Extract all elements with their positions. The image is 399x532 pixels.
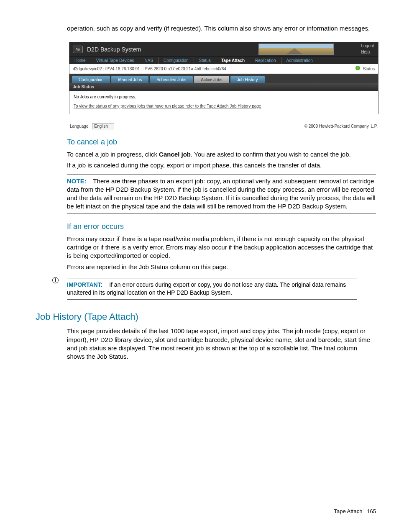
no-jobs-text: No Jobs are currently in progress. [74,94,374,100]
error-p1: Errors may occur if there is a tape read… [67,235,376,260]
page-footer: Tape Attach 165 [334,508,376,515]
cancel-p2: If a job is canceled during the copy, ex… [67,161,376,170]
nav-admin[interactable]: Administration [281,57,318,64]
help-link[interactable]: Help [361,49,374,55]
important-icon [52,277,59,283]
heading-job-history: Job History (Tape Attach) [36,311,380,323]
copyright-text: © 2009 Hewlett-Packard Company, L.P. [304,123,378,129]
note-text: There are three phases to an export job:… [67,177,376,210]
panel-title: Job Status [69,83,378,91]
note-label: NOTE: [67,177,87,185]
error-p2: Errors are reported in the Job Status co… [67,263,376,271]
language-label: Language [70,124,89,129]
history-p1: This page provides details of the last 1… [67,327,376,361]
nav-config[interactable]: Configuration [159,57,194,64]
note-box: NOTE: There are three phases to an expor… [67,174,376,214]
important-box: IMPORTANT: If an error occurs during exp… [67,278,357,300]
address-bar: d2dguikevpic02 : IPV4 16.26.130.91 : IPV… [69,64,378,74]
important-text: If an error occurs during export or copy… [67,281,346,296]
tab-scheduled-jobs[interactable]: Scheduled Jobs [150,76,193,83]
nav-tapeattach[interactable]: Tape Attach [216,57,250,64]
history-link[interactable]: To view the status of any previous jobs … [74,104,261,108]
tab-active-jobs[interactable]: Active Jobs [194,76,229,83]
nav-status[interactable]: Status [194,57,216,64]
cancel-p1: To cancel a job in progress, click Cance… [67,150,376,159]
intro-paragraph: operation, such as copy and verify (if r… [67,24,376,33]
heading-cancel-job: To cancel a job [67,137,380,147]
tab-job-history[interactable]: Job History [230,76,265,83]
important-label: IMPORTANT: [67,281,102,288]
host-address: d2dguikevpic02 : IPV4 16.26.130.91 : IPV… [73,66,226,72]
nav-home[interactable]: Home [69,57,91,64]
nav-vtd[interactable]: Virtual Tape Devices [91,57,140,64]
status-ok-icon [356,66,360,70]
logout-link[interactable]: Logout [361,43,374,49]
tab-configuration[interactable]: Configuration [72,76,110,83]
window-header: hp D2D Backup System Logout Help [69,42,378,57]
screenshot-container: hp D2D Backup System Logout Help Home Vi… [69,42,379,114]
status-label: Status [363,67,375,71]
heading-error: If an error occurs [67,221,380,231]
hp-logo-icon: hp [73,46,83,53]
language-select[interactable]: English [92,123,114,129]
window-title: D2D Backup System [87,46,141,54]
sub-tabs: Configuration Manual Jobs Scheduled Jobs… [69,74,378,83]
nav-replication[interactable]: Replication [250,57,281,64]
main-nav: Home Virtual Tape Devices NAS Configurat… [69,57,378,64]
tab-manual-jobs[interactable]: Manual Jobs [111,76,148,83]
nav-nas[interactable]: NAS [139,57,159,64]
banner-image [258,44,334,55]
